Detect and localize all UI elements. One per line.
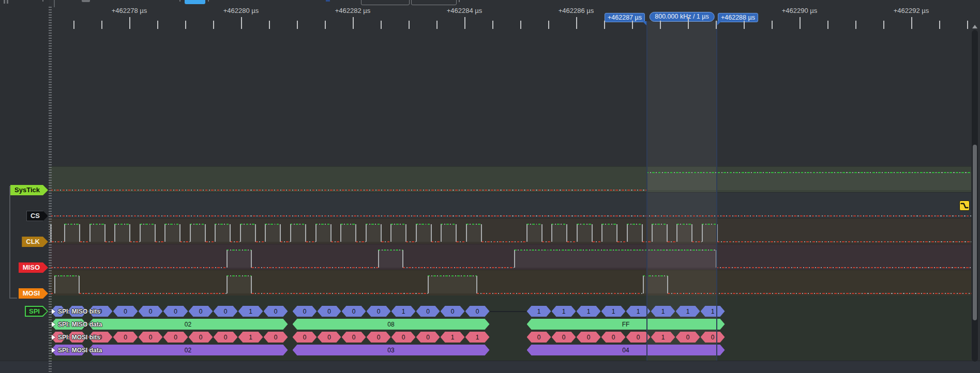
signal-falling-edge — [431, 224, 432, 242]
toolbar-combobox-remnant[interactable] — [411, 0, 457, 5]
signal-falling-edge — [129, 224, 130, 242]
signal-pulse — [551, 224, 567, 242]
decoder-row-label-text: SPI: MOSI bits — [58, 334, 100, 341]
expand-triangle-icon[interactable] — [52, 309, 55, 314]
toolbar-remnant-indicator — [326, 0, 330, 2]
signal-pulse — [164, 224, 180, 242]
channel-tag-miso[interactable]: MISO — [19, 262, 48, 273]
signal-rising-edge — [227, 276, 228, 293]
measurement-pill[interactable]: 800.000 kHz / 1 µs — [649, 12, 714, 22]
signal-low-segment — [456, 241, 466, 242]
toolbar-grip-bar — [4, 0, 5, 4]
decode-bit-annotation: 1 — [238, 332, 263, 343]
cursor1-tag[interactable]: +462287 µs — [605, 13, 645, 22]
expand-triangle-icon[interactable] — [52, 348, 55, 353]
signal-pulse — [627, 224, 642, 242]
ruler-minor-tick — [73, 21, 74, 29]
signal-high-segment — [215, 224, 230, 225]
ruler-time-label: +462290 µs — [782, 7, 818, 14]
signal-pulse — [526, 224, 542, 242]
ruler-time-label: +462280 µs — [223, 7, 259, 14]
signal-low-segment — [406, 241, 416, 242]
decoder-row-label[interactable]: SPI: MISO data — [52, 319, 102, 330]
vertical-scrollbar-thumb[interactable] — [973, 145, 977, 320]
decode-bit-annotation: 0 — [163, 306, 188, 317]
decode-bit-annotation: 1 — [676, 306, 700, 317]
signal-rising-edge — [390, 224, 391, 242]
signal-high-segment — [366, 224, 381, 225]
toolbar-blue-button[interactable] — [185, 0, 205, 4]
signal-low-segment — [617, 241, 627, 242]
expand-triangle-icon[interactable] — [52, 335, 55, 340]
decode-data-annotation: FF — [527, 319, 725, 330]
signal-low-segment — [280, 241, 290, 242]
ruler-major-tick — [688, 17, 689, 29]
signal-rising-edge — [514, 250, 515, 268]
signal-high-segment — [378, 250, 403, 251]
signal-low-segment — [230, 241, 240, 242]
decode-bit-annotation: 0 — [577, 332, 601, 343]
decode-data-annotation: 04 — [527, 345, 725, 355]
signal-low-segment — [477, 293, 643, 294]
ruler-time-label: +462292 µs — [894, 7, 929, 14]
cursor-line[interactable] — [716, 21, 717, 361]
signal-pulse — [652, 224, 667, 242]
cursor2-tag[interactable]: +462288 µs — [718, 13, 758, 22]
ruler-major-tick — [576, 17, 577, 29]
channel-band-mosi — [49, 270, 971, 296]
signal-high-segment — [227, 250, 251, 251]
channel-tag-mosi[interactable]: MOSI — [19, 288, 48, 299]
signal-pulse — [215, 224, 230, 242]
decode-bit-annotation: 0 — [214, 306, 238, 317]
decode-bit-annotation: 0 — [342, 306, 366, 317]
decode-bit-annotation: 1 — [391, 306, 416, 317]
signal-pulse — [577, 224, 592, 242]
ruler-minor-tick — [660, 21, 661, 29]
signal-pulse — [416, 224, 431, 242]
signal-rising-edge — [652, 224, 653, 242]
toolbar-combobox-remnant[interactable] — [361, 0, 410, 5]
signal-pulse — [64, 224, 80, 242]
signal-high-segment — [441, 224, 456, 225]
ruler-minor-tick — [409, 21, 410, 29]
decode-bit-annotation: 1 — [701, 306, 725, 317]
decode-bit-annotation: 0 — [318, 332, 341, 343]
expand-triangle-icon[interactable] — [52, 322, 55, 327]
signal-low-segment — [105, 241, 114, 242]
ruler-minor-tick — [157, 21, 158, 29]
trigger-falling-edge-icon[interactable] — [959, 200, 970, 211]
signal-pulse — [428, 276, 477, 293]
decode-data-annotation: 08 — [293, 319, 490, 330]
cursor-line[interactable] — [646, 21, 647, 361]
scrollbar-up-arrow-icon[interactable] — [972, 25, 977, 28]
logic-analyzer-app: 000000100000100011111111SPI: MISO bits02… — [0, 0, 980, 373]
decode-bit-annotation: 0 — [601, 332, 626, 343]
decode-bit-annotation: 0 — [441, 306, 465, 317]
channel-tag-clk[interactable]: CLK — [22, 237, 48, 247]
signal-falling-edge — [330, 224, 331, 242]
decoder-row-label[interactable]: SPI: MISO bits — [52, 306, 100, 317]
signal-pulse — [366, 224, 381, 242]
decode-bit-annotation: 1 — [552, 306, 576, 317]
signal-rising-edge — [54, 276, 55, 293]
signal-rising-edge — [265, 224, 266, 242]
signal-high-segment — [240, 224, 255, 225]
signal-rising-edge — [627, 224, 628, 242]
signal-pulse — [240, 224, 255, 242]
channel-tag-systick[interactable]: SysTick — [10, 185, 48, 195]
decoder-row-label-text: SPI: MISO bits — [58, 308, 100, 315]
signal-falling-edge — [79, 276, 80, 293]
signal-falling-edge — [405, 224, 406, 242]
signal-low-segment — [255, 241, 265, 242]
signal-low-segment — [716, 267, 971, 268]
decoder-row-label[interactable]: SPI: MOSI bits — [52, 332, 100, 343]
signal-falling-edge — [305, 224, 306, 242]
signal-falling-edge — [667, 276, 668, 293]
ruler-minor-tick — [269, 21, 270, 29]
signal-high-segment — [164, 224, 180, 225]
decoder-row-label[interactable]: SPI: MOSI data — [52, 345, 102, 355]
decode-bit-annotation: 0 — [139, 332, 163, 343]
signal-falling-edge — [592, 224, 593, 242]
ruler-major-tick — [241, 17, 242, 29]
signal-low-segment — [356, 241, 366, 242]
